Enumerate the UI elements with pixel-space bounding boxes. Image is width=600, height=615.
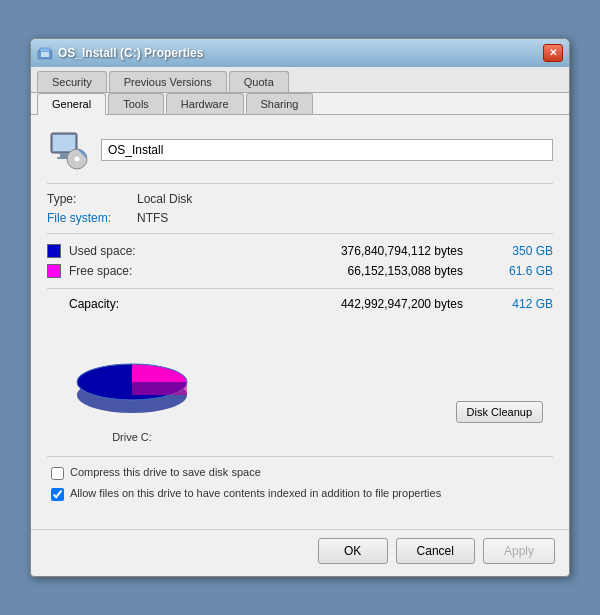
drive-name-input[interactable] bbox=[101, 139, 553, 161]
tab-tools[interactable]: Tools bbox=[108, 93, 164, 114]
used-space-size: 350 GB bbox=[493, 244, 553, 258]
properties-window: OS_Install (C:) Properties ✕ Security Pr… bbox=[30, 38, 570, 578]
drive-label: Drive C: bbox=[112, 431, 152, 443]
ok-button[interactable]: OK bbox=[318, 538, 388, 564]
disk-cleanup-button[interactable]: Disk Cleanup bbox=[456, 401, 543, 423]
bottom-tab-strip: General Tools Hardware Sharing bbox=[31, 93, 569, 115]
apply-button[interactable]: Apply bbox=[483, 538, 555, 564]
filesystem-row: File system: NTFS bbox=[47, 211, 553, 225]
compress-checkbox-row: Compress this drive to save disk space bbox=[51, 465, 549, 480]
capacity-size: 412 GB bbox=[493, 297, 553, 311]
cancel-button[interactable]: Cancel bbox=[396, 538, 475, 564]
index-checkbox-row: Allow files on this drive to have conten… bbox=[51, 486, 549, 501]
drive-header bbox=[47, 129, 553, 171]
button-bar: OK Cancel Apply bbox=[31, 529, 569, 576]
svg-rect-1 bbox=[40, 48, 50, 52]
close-button[interactable]: ✕ bbox=[543, 44, 563, 62]
free-space-bytes: 66,152,153,088 bytes bbox=[149, 264, 493, 278]
top-tab-strip: Security Previous Versions Quota bbox=[31, 67, 569, 93]
chart-area: Drive C: Disk Cleanup bbox=[47, 317, 553, 448]
type-row: Type: Local Disk bbox=[47, 192, 553, 206]
window-icon bbox=[37, 45, 53, 61]
svg-rect-2 bbox=[41, 52, 49, 57]
used-space-swatch bbox=[47, 244, 61, 258]
disk-info-section: Used space: 376,840,794,112 bytes 350 GB… bbox=[47, 244, 553, 278]
tab-security[interactable]: Security bbox=[37, 71, 107, 92]
capacity-row: Capacity: 442,992,947,200 bytes 412 GB bbox=[47, 297, 553, 311]
capacity-bytes: 442,992,947,200 bytes bbox=[149, 297, 493, 311]
free-space-row: Free space: 66,152,153,088 bytes 61.6 GB bbox=[47, 264, 553, 278]
tab-general[interactable]: General bbox=[37, 93, 106, 115]
type-value: Local Disk bbox=[137, 192, 192, 206]
pie-container: Drive C: bbox=[57, 327, 207, 443]
title-bar-left: OS_Install (C:) Properties bbox=[37, 45, 203, 61]
title-bar: OS_Install (C:) Properties ✕ bbox=[31, 39, 569, 67]
separator-3 bbox=[47, 288, 553, 289]
compress-label: Compress this drive to save disk space bbox=[70, 465, 261, 480]
drive-image-icon bbox=[47, 129, 89, 171]
type-label: Type: bbox=[47, 192, 137, 206]
used-space-bytes: 376,840,794,112 bytes bbox=[149, 244, 493, 258]
capacity-label: Capacity: bbox=[69, 297, 149, 311]
drive-icon bbox=[47, 129, 89, 171]
tab-quota[interactable]: Quota bbox=[229, 71, 289, 92]
free-space-label: Free space: bbox=[69, 264, 149, 278]
separator-4 bbox=[47, 456, 553, 457]
checkbox-section: Compress this drive to save disk space A… bbox=[47, 465, 553, 502]
tab-previous-versions[interactable]: Previous Versions bbox=[109, 71, 227, 92]
main-content: Type: Local Disk File system: NTFS Used … bbox=[31, 115, 569, 524]
index-checkbox[interactable] bbox=[51, 488, 64, 501]
free-space-size: 61.6 GB bbox=[493, 264, 553, 278]
free-space-swatch bbox=[47, 264, 61, 278]
separator-2 bbox=[47, 233, 553, 234]
svg-point-8 bbox=[74, 156, 80, 162]
filesystem-value: NTFS bbox=[137, 211, 168, 225]
used-space-row: Used space: 376,840,794,112 bytes 350 GB bbox=[47, 244, 553, 258]
disk-usage-chart bbox=[57, 327, 207, 427]
filesystem-label: File system: bbox=[47, 211, 137, 225]
used-space-label: Used space: bbox=[69, 244, 149, 258]
index-label: Allow files on this drive to have conten… bbox=[70, 486, 441, 501]
svg-rect-5 bbox=[60, 153, 68, 157]
tab-sharing[interactable]: Sharing bbox=[246, 93, 314, 114]
svg-rect-4 bbox=[53, 135, 75, 151]
tab-hardware[interactable]: Hardware bbox=[166, 93, 244, 114]
compress-checkbox[interactable] bbox=[51, 467, 64, 480]
window-title: OS_Install (C:) Properties bbox=[58, 46, 203, 60]
separator-1 bbox=[47, 183, 553, 184]
